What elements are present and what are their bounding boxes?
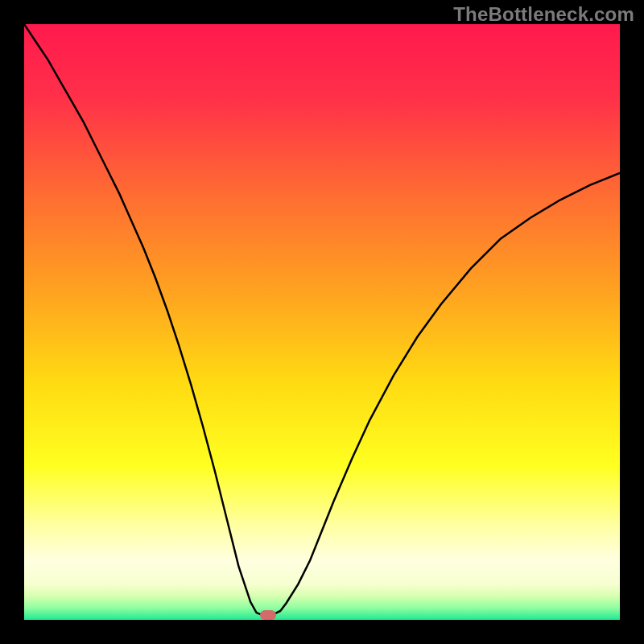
current-point-marker (260, 610, 276, 620)
watermark-text: TheBottleneck.com (453, 3, 634, 26)
plot-area (24, 24, 620, 620)
bottleneck-curve (24, 24, 620, 620)
chart-frame: TheBottleneck.com (0, 0, 644, 644)
